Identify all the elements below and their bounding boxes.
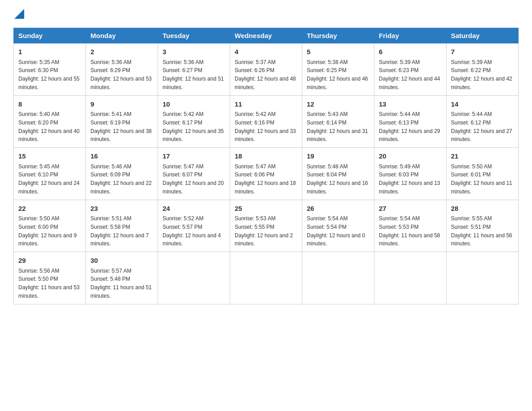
table-row: 21Sunrise: 5:50 AMSunset: 6:01 PMDayligh… [446,148,519,200]
day-sunset: Sunset: 6:13 PM [379,120,419,126]
day-sunset: Sunset: 6:04 PM [307,171,347,178]
day-sunset: Sunset: 5:57 PM [163,224,202,230]
table-row: 3Sunrise: 5:36 AMSunset: 6:27 PMDaylight… [158,43,230,96]
table-row: 6Sunrise: 5:39 AMSunset: 6:23 PMDaylight… [374,43,446,96]
day-sunset: Sunset: 6:14 PM [307,120,347,126]
day-sunset: Sunset: 6:23 PM [379,67,419,73]
day-number: 30 [90,256,153,266]
day-number: 7 [451,47,514,57]
day-sunset: Sunset: 5:51 PM [451,224,491,230]
day-sunrise: Sunrise: 5:36 AM [90,59,131,65]
day-sunrise: Sunrise: 5:42 AM [235,111,275,117]
day-sunrise: Sunrise: 5:41 AM [90,111,131,117]
day-daylight: Daylight: 12 hours and 38 minutes. [90,128,152,143]
table-row: 20Sunrise: 5:49 AMSunset: 6:03 PMDayligh… [374,148,446,200]
day-sunrise: Sunrise: 5:38 AM [307,59,348,65]
day-daylight: Daylight: 12 hours and 0 minutes. [307,232,365,247]
day-number: 1 [18,47,81,57]
day-number: 27 [379,204,442,214]
table-row: 14Sunrise: 5:44 AMSunset: 6:12 PMDayligh… [446,95,519,148]
calendar-week-row: 15Sunrise: 5:45 AMSunset: 6:10 PMDayligh… [14,148,519,200]
table-row: 2Sunrise: 5:36 AMSunset: 6:29 PMDaylight… [86,43,158,96]
table-row: 7Sunrise: 5:39 AMSunset: 6:22 PMDaylight… [446,43,519,96]
day-daylight: Daylight: 12 hours and 20 minutes. [163,180,224,195]
day-sunrise: Sunrise: 5:48 AM [307,163,348,170]
day-sunrise: Sunrise: 5:56 AM [18,268,59,274]
day-number: 6 [379,47,442,57]
header-sunday: Sunday [14,28,86,43]
day-daylight: Daylight: 12 hours and 40 minutes. [18,128,80,143]
calendar-week-row: 29Sunrise: 5:56 AMSunset: 5:50 PMDayligh… [14,252,519,304]
day-sunset: Sunset: 6:25 PM [307,67,347,73]
day-sunrise: Sunrise: 5:49 AM [379,163,420,170]
calendar-week-row: 8Sunrise: 5:40 AMSunset: 6:20 PMDaylight… [14,95,519,148]
day-daylight: Daylight: 12 hours and 33 minutes. [235,128,296,143]
day-sunset: Sunset: 5:50 PM [18,276,58,282]
table-row: 23Sunrise: 5:51 AMSunset: 5:58 PMDayligh… [86,200,158,252]
table-row: 5Sunrise: 5:38 AMSunset: 6:25 PMDaylight… [302,43,374,96]
day-number: 11 [235,99,297,110]
day-sunrise: Sunrise: 5:45 AM [18,163,59,170]
day-number: 10 [163,99,225,110]
day-daylight: Daylight: 12 hours and 53 minutes. [90,76,152,90]
day-sunset: Sunset: 6:03 PM [379,171,419,178]
table-row: 25Sunrise: 5:53 AMSunset: 5:55 PMDayligh… [230,200,302,252]
day-sunrise: Sunrise: 5:54 AM [307,215,348,222]
day-sunset: Sunset: 6:30 PM [18,67,58,73]
day-sunrise: Sunrise: 5:55 AM [451,215,492,222]
day-number: 28 [451,204,514,214]
table-row [446,252,519,304]
day-daylight: Daylight: 12 hours and 16 minutes. [307,180,368,195]
table-row: 10Sunrise: 5:42 AMSunset: 6:17 PMDayligh… [158,95,230,148]
day-number: 13 [379,99,442,110]
calendar-table: SundayMondayTuesdayWednesdayThursdayFrid… [13,28,519,304]
day-sunrise: Sunrise: 5:37 AM [235,59,275,65]
day-daylight: Daylight: 11 hours and 56 minutes. [451,232,512,247]
day-sunset: Sunset: 6:26 PM [235,67,275,73]
day-sunrise: Sunrise: 5:36 AM [163,59,203,65]
table-row: 26Sunrise: 5:54 AMSunset: 5:54 PMDayligh… [302,200,374,252]
day-number: 4 [235,47,297,57]
day-daylight: Daylight: 12 hours and 2 minutes. [235,232,293,247]
day-number: 21 [451,151,514,162]
day-number: 16 [90,151,153,162]
day-sunrise: Sunrise: 5:57 AM [90,268,131,274]
day-number: 14 [451,99,514,110]
day-daylight: Daylight: 12 hours and 27 minutes. [451,128,512,143]
day-number: 20 [379,151,442,162]
day-daylight: Daylight: 12 hours and 31 minutes. [307,128,368,143]
day-sunrise: Sunrise: 5:52 AM [163,215,203,222]
day-sunset: Sunset: 5:58 PM [90,224,130,230]
calendar-week-row: 1Sunrise: 5:35 AMSunset: 6:30 PMDaylight… [14,43,519,96]
table-row: 22Sunrise: 5:50 AMSunset: 6:00 PMDayligh… [14,200,86,252]
table-row: 11Sunrise: 5:42 AMSunset: 6:16 PMDayligh… [230,95,302,148]
day-sunset: Sunset: 5:53 PM [379,224,419,230]
day-sunrise: Sunrise: 5:35 AM [18,59,59,65]
day-sunset: Sunset: 6:10 PM [18,171,58,178]
table-row: 19Sunrise: 5:48 AMSunset: 6:04 PMDayligh… [302,148,374,200]
day-daylight: Daylight: 12 hours and 51 minutes. [163,76,224,90]
day-sunset: Sunset: 6:22 PM [451,67,491,73]
day-sunrise: Sunrise: 5:44 AM [379,111,420,117]
table-row: 24Sunrise: 5:52 AMSunset: 5:57 PMDayligh… [158,200,230,252]
day-daylight: Daylight: 12 hours and 55 minutes. [18,76,80,90]
day-sunset: Sunset: 6:01 PM [451,171,491,178]
table-row [302,252,374,304]
table-row: 4Sunrise: 5:37 AMSunset: 6:26 PMDaylight… [230,43,302,96]
table-row: 9Sunrise: 5:41 AMSunset: 6:19 PMDaylight… [86,95,158,148]
day-daylight: Daylight: 12 hours and 22 minutes. [90,180,152,195]
table-row: 13Sunrise: 5:44 AMSunset: 6:13 PMDayligh… [374,95,446,148]
day-number: 25 [235,204,297,214]
day-sunset: Sunset: 5:55 PM [235,224,275,230]
day-sunset: Sunset: 6:07 PM [163,171,202,178]
day-daylight: Daylight: 12 hours and 11 minutes. [451,180,512,195]
day-sunset: Sunset: 6:27 PM [163,67,202,73]
table-row: 28Sunrise: 5:55 AMSunset: 5:51 PMDayligh… [446,200,519,252]
table-row: 8Sunrise: 5:40 AMSunset: 6:20 PMDaylight… [14,95,86,148]
table-row: 30Sunrise: 5:57 AMSunset: 5:48 PMDayligh… [86,252,158,304]
logo [13,9,24,19]
day-sunset: Sunset: 6:17 PM [163,120,202,126]
day-daylight: Daylight: 11 hours and 53 minutes. [18,284,80,299]
table-row: 12Sunrise: 5:43 AMSunset: 6:14 PMDayligh… [302,95,374,148]
day-sunrise: Sunrise: 5:44 AM [451,111,492,117]
